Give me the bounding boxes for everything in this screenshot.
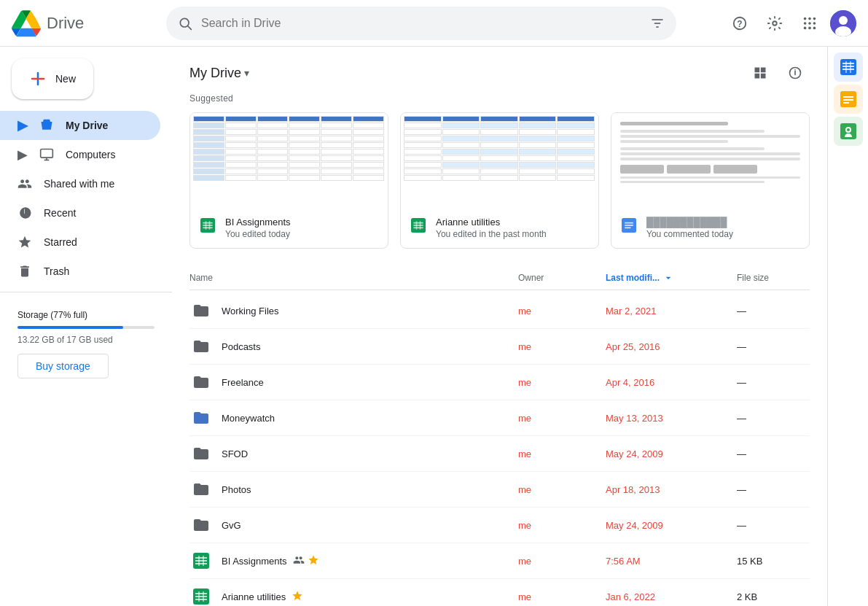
- content-header: My Drive ▾: [172, 47, 827, 93]
- card-icon-sheets-1: [199, 217, 216, 234]
- card-preview-3: [611, 113, 809, 208]
- content: My Drive ▾ Suggested: [172, 47, 827, 606]
- storage-label: Storage (77% full): [17, 310, 155, 320]
- file-row-freelance[interactable]: Freelance me Apr 4, 2016 —: [189, 365, 810, 400]
- file-row-moneywatch[interactable]: Moneywatch me May 13, 2013 —: [189, 400, 810, 436]
- svg-point-16: [813, 26, 816, 29]
- file-name-cell-arianne-utilities: Arianne utilities: [222, 590, 518, 604]
- computers-arrow: ▶: [17, 147, 28, 163]
- sidebar-divider: [0, 292, 172, 292]
- svg-rect-54: [198, 591, 200, 602]
- file-name-sfod: SFOD: [222, 448, 248, 459]
- sidebar-item-my-drive[interactable]: ▶ My Drive: [0, 111, 160, 140]
- buy-storage-button[interactable]: Buy storage: [17, 354, 109, 378]
- suggested-cards: BI Assignments You edited today: [189, 112, 810, 249]
- search-bar[interactable]: [166, 7, 676, 40]
- computers-icon: [39, 147, 54, 162]
- file-row-podcasts[interactable]: Podcasts me Apr 25, 2016 —: [189, 329, 810, 365]
- apps-icon[interactable]: [795, 9, 824, 38]
- file-name-podcasts: Podcasts: [222, 341, 260, 352]
- svg-rect-59: [842, 69, 854, 70]
- file-badges-arianne-utilities: [292, 590, 303, 604]
- svg-rect-30: [203, 225, 212, 226]
- col-header-size: File size: [737, 273, 810, 283]
- card-preview-1: [190, 113, 388, 208]
- new-button-label: New: [55, 73, 76, 85]
- svg-rect-38: [416, 221, 418, 230]
- svg-rect-33: [209, 221, 211, 230]
- drive-title[interactable]: My Drive ▾: [189, 66, 249, 81]
- card-text-1: BI Assignments You edited today: [225, 217, 291, 239]
- file-name-photos: Photos: [222, 484, 251, 495]
- right-sidebar-meet[interactable]: [834, 117, 863, 146]
- topbar: Drive ?: [0, 0, 868, 47]
- topbar-right: ?: [725, 9, 856, 38]
- sidebar-item-trash[interactable]: Trash: [0, 257, 160, 286]
- file-row-working-files[interactable]: Working Files me Mar 2, 2021 —: [189, 293, 810, 329]
- search-options-icon[interactable]: [650, 16, 665, 31]
- file-owner-arianne-utilities: me: [518, 591, 606, 602]
- svg-point-10: [813, 17, 816, 20]
- file-size-arianne-utilities: 2 KB: [737, 591, 810, 602]
- svg-rect-61: [850, 61, 851, 73]
- right-sidebar-sheets[interactable]: [834, 53, 863, 82]
- logo-area: Drive: [12, 9, 157, 38]
- shared-badge: [293, 554, 305, 568]
- file-row-sfod[interactable]: SFOD me May 24, 2009 —: [189, 436, 810, 472]
- file-owner-bi-assignments: me: [518, 556, 606, 567]
- file-name-cell-freelance: Freelance: [222, 377, 518, 388]
- file-row-gvg[interactable]: GvG me May 24, 2009 —: [189, 508, 810, 543]
- grid-view-button[interactable]: [746, 58, 775, 88]
- svg-rect-55: [203, 591, 204, 602]
- avatar[interactable]: [830, 10, 856, 36]
- svg-point-11: [804, 22, 807, 25]
- search-input[interactable]: [201, 17, 641, 30]
- card-text-2: Arianne utilities You edited in the past…: [436, 217, 547, 239]
- info-button[interactable]: [781, 58, 810, 88]
- my-drive-icon: [39, 118, 54, 133]
- svg-rect-22: [41, 149, 53, 158]
- storage-bar-bg: [17, 326, 155, 329]
- card-sub-1: You edited today: [225, 229, 291, 239]
- storage-detail: 13.22 GB of 17 GB used: [17, 335, 155, 345]
- file-icon-photos: [189, 478, 213, 501]
- svg-point-14: [804, 26, 807, 29]
- settings-icon[interactable]: [760, 9, 789, 38]
- svg-rect-51: [195, 593, 207, 594]
- svg-rect-58: [842, 66, 854, 67]
- file-owner-working-files: me: [518, 306, 606, 316]
- file-size-gvg: —: [737, 520, 810, 531]
- sidebar: New ▶ My Drive ▶ Computers: [0, 47, 172, 606]
- card-name-2: Arianne utilities: [436, 217, 547, 228]
- sidebar-item-computers[interactable]: ▶ Computers: [0, 140, 160, 169]
- svg-rect-63: [843, 96, 853, 98]
- new-button[interactable]: New: [12, 58, 93, 99]
- svg-rect-65: [843, 102, 849, 104]
- card-sub-2: You edited in the past month: [436, 229, 547, 239]
- sidebar-item-starred[interactable]: Starred: [0, 228, 160, 257]
- svg-rect-64: [843, 99, 853, 101]
- file-icon-sfod: [189, 442, 213, 465]
- card-name-1: BI Assignments: [225, 217, 291, 228]
- sidebar-item-shared[interactable]: Shared with me: [0, 169, 160, 198]
- file-owner-podcasts: me: [518, 341, 606, 352]
- file-modified-podcasts: Apr 25, 2016: [606, 341, 737, 352]
- file-row-bi-assignments[interactable]: BI Assignments me 7:56 AM 15 KB: [189, 543, 810, 579]
- suggested-card-bi-assignments[interactable]: BI Assignments You edited today: [189, 112, 388, 249]
- starred-badge: [308, 554, 319, 568]
- file-modified-freelance: Apr 4, 2016: [606, 377, 737, 388]
- svg-rect-39: [420, 221, 421, 230]
- file-modified-moneywatch: May 13, 2013: [606, 413, 737, 424]
- support-icon[interactable]: ?: [725, 9, 754, 38]
- suggested-card-commented[interactable]: ████████████ You commented today: [611, 112, 810, 249]
- col-header-name[interactable]: Name: [189, 273, 518, 283]
- col-header-modified[interactable]: Last modifi...: [606, 272, 737, 284]
- svg-rect-36: [413, 225, 423, 226]
- svg-rect-29: [203, 222, 212, 224]
- suggested-card-arianne[interactable]: Arianne utilities You edited in the past…: [400, 112, 599, 249]
- file-row-photos[interactable]: Photos me Apr 18, 2013 —: [189, 472, 810, 508]
- svg-point-15: [808, 26, 811, 29]
- sidebar-item-recent[interactable]: Recent: [0, 198, 160, 228]
- right-sidebar-tasks[interactable]: [834, 85, 863, 114]
- file-row-arianne-utilities[interactable]: Arianne utilities me Jan 6, 2022 2 KB: [189, 579, 810, 606]
